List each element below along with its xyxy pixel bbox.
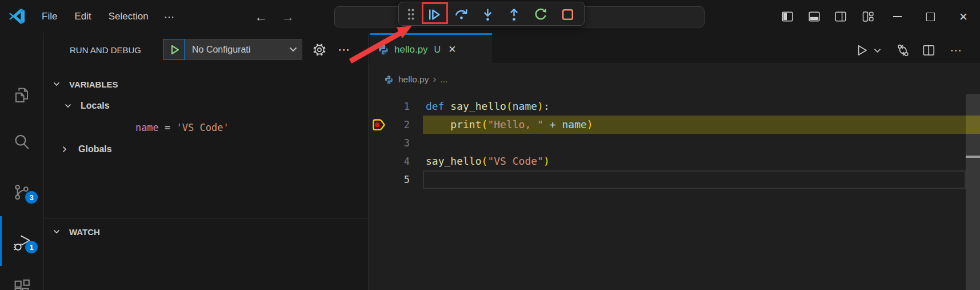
menu-more-icon[interactable]: ⋯ <box>157 10 183 23</box>
source-control-badge: 3 <box>25 191 38 204</box>
variable-name: name <box>135 122 159 133</box>
globals-scope-row[interactable]: Globals <box>44 140 387 159</box>
section-divider <box>44 219 369 219</box>
more-dots: ⋯ <box>338 43 350 57</box>
debug-stop-icon[interactable] <box>559 6 576 23</box>
python-icon <box>384 75 394 85</box>
split-editor-icon[interactable] <box>921 42 937 58</box>
extensions-icon[interactable] <box>13 279 31 290</box>
customize-layout-icon[interactable] <box>861 10 875 23</box>
maximize-icon <box>926 13 935 21</box>
active-view-indicator <box>0 216 2 266</box>
line-number: 2 <box>391 116 410 134</box>
debug-config-label: No Configurati <box>192 45 289 55</box>
debug-step-out-icon[interactable] <box>505 6 522 23</box>
editor-scrollbar[interactable] <box>966 94 980 290</box>
breadcrumb-symbol[interactable]: ... <box>440 74 447 85</box>
chevron-down-icon <box>289 47 297 52</box>
variable-row[interactable]: name = 'VS Code' <box>44 118 413 137</box>
debug-step-into-icon[interactable] <box>479 6 496 23</box>
menu-edit[interactable]: Edit <box>66 11 99 22</box>
chevron-down-icon <box>53 229 60 234</box>
code-line-1: 1 def say_hello(name): <box>369 97 980 116</box>
current-line-border <box>423 170 966 189</box>
breadcrumb-file[interactable]: hello.py <box>398 74 429 85</box>
tab-hello-py[interactable]: hello.py U ✕ <box>370 33 492 64</box>
toggle-sidebar-icon[interactable] <box>781 10 794 23</box>
editor-more-icon[interactable]: ⋯ <box>948 42 964 58</box>
chevron-right-icon <box>62 146 67 153</box>
line-number: 4 <box>391 152 410 170</box>
line-number-active: 5 <box>391 170 410 189</box>
menu-file[interactable]: File <box>33 11 66 22</box>
variables-title: VARIABLES <box>69 80 118 89</box>
watch-title: WATCH <box>69 227 100 237</box>
menubar: File Edit Selection ⋯ <box>33 0 183 33</box>
activity-bar: 3 1 <box>0 33 44 290</box>
toggle-secondary-sidebar-icon[interactable] <box>834 10 847 23</box>
views-more-icon[interactable]: ⋯ <box>337 42 351 57</box>
more-dots: ⋯ <box>950 43 962 57</box>
tab-git-status: U <box>434 45 441 55</box>
breadcrumb[interactable]: hello.py › ... <box>369 70 980 89</box>
line-number: 1 <box>391 97 410 116</box>
variable-equals: = <box>159 122 177 133</box>
menu-selection[interactable]: Selection <box>100 11 157 22</box>
tab-close-icon[interactable]: ✕ <box>448 43 456 55</box>
maximize-button[interactable] <box>917 0 943 33</box>
vscode-logo <box>8 7 26 25</box>
debug-badge: 1 <box>25 241 38 253</box>
chevron-down-icon <box>53 82 60 86</box>
variables-section-header[interactable]: VARIABLES <box>44 74 378 94</box>
debug-config-dropdown[interactable]: No Configurati <box>185 39 302 60</box>
toolbar-drag-grip[interactable] <box>406 6 416 23</box>
globals-label: Globals <box>78 144 112 154</box>
editor-group: hello.py U ✕ ⋯ <box>369 33 980 290</box>
minimize-icon <box>893 16 902 17</box>
navigate-forward-icon[interactable]: → <box>281 0 294 33</box>
debug-step-over-icon[interactable] <box>453 6 470 23</box>
explorer-icon[interactable] <box>13 86 31 104</box>
overview-ruler-exec-decoration <box>966 116 980 134</box>
locals-label: Locals <box>81 101 110 111</box>
close-button[interactable]: ✕ <box>950 0 977 33</box>
variable-value: 'VS Code' <box>177 122 229 133</box>
run-debug-sidebar: RUN AND DEBUG No Configurati ⋯ VARIABLES <box>44 33 369 290</box>
toggle-panel-icon[interactable] <box>807 10 821 23</box>
minimize-button[interactable] <box>884 0 910 33</box>
python-icon <box>378 44 389 55</box>
start-debug-button[interactable] <box>163 39 185 60</box>
vscode-window: File Edit Selection ⋯ ← → <box>0 0 980 290</box>
chevron-down-icon <box>65 104 71 108</box>
breadcrumb-separator-icon: › <box>433 73 436 85</box>
close-icon: ✕ <box>959 10 968 23</box>
overview-ruler-cursor-decoration <box>966 156 980 158</box>
code-line-3: 3 <box>369 134 980 152</box>
sidebar-title: RUN AND DEBUG <box>70 33 141 66</box>
annotation-highlight-box <box>422 2 448 24</box>
search-icon[interactable] <box>13 133 31 151</box>
run-options-chevron-icon[interactable] <box>872 42 882 58</box>
tab-filename: hello.py <box>394 44 428 55</box>
watch-section-header[interactable]: WATCH <box>44 221 378 243</box>
line-number: 3 <box>391 134 410 152</box>
breakpoint-hit-icon[interactable] <box>371 117 387 132</box>
run-file-icon[interactable] <box>854 42 870 58</box>
navigate-back-icon[interactable]: ← <box>254 0 267 33</box>
gear-icon[interactable] <box>312 42 327 57</box>
open-changes-icon[interactable] <box>895 42 911 58</box>
code-line-4: 4 say_hello("VS Code") <box>369 152 980 170</box>
code-editor[interactable]: 1 def say_hello(name): 2 print("Hello, "… <box>369 97 980 290</box>
debug-restart-icon[interactable] <box>532 6 549 23</box>
